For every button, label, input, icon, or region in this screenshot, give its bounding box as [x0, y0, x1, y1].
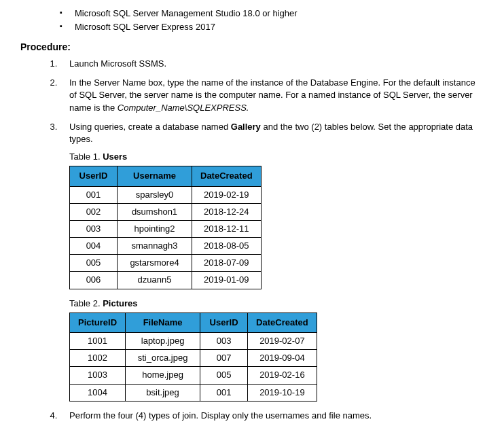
cell: 007 — [200, 350, 248, 367]
requirement-item: Microsoft SQL Server Management Studio 1… — [60, 7, 484, 20]
cell: 2018-12-11 — [192, 220, 262, 237]
cell: 001 — [70, 186, 118, 203]
cell: 001 — [200, 384, 248, 401]
caption-prefix: Table 1. — [69, 151, 103, 162]
step-text: Perform the four (4) types of join. Disp… — [69, 410, 372, 421]
col-header: DateCreated — [192, 166, 262, 186]
table-row: 1002 sti_orca.jpeg 007 2019-09-04 — [70, 350, 317, 367]
table-row: 005 gstarsmore4 2018-07-09 — [70, 255, 262, 272]
cell: 1001 — [70, 333, 126, 350]
cell: 2019-02-19 — [192, 186, 262, 203]
step-2: In the Server Name box, type the name of… — [60, 77, 484, 114]
step-text-italic: Computer_Name\SQLEXPRESS. — [118, 103, 249, 113]
table2-caption: Table 2. Pictures — [69, 298, 484, 310]
cell: 003 — [200, 333, 248, 350]
step-text: Launch Microsoft SSMS. — [69, 58, 166, 69]
step-3: Using queries, create a database named G… — [60, 121, 484, 402]
cell: 006 — [70, 272, 118, 289]
cell: 2019-01-09 — [192, 272, 262, 289]
cell: 004 — [70, 238, 118, 255]
step-4: Perform the four (4) types of join. Disp… — [60, 410, 484, 422]
cell: 005 — [200, 367, 248, 384]
table-header-row: UserID Username DateCreated — [70, 166, 262, 186]
cell: 2019-02-07 — [248, 333, 317, 350]
col-header: DateCreated — [248, 313, 317, 332]
caption-prefix: Table 2. — [69, 298, 103, 308]
cell: 1002 — [70, 350, 126, 367]
requirements-list: Microsoft SQL Server Management Studio 1… — [20, 7, 484, 33]
cell: hpointing2 — [118, 220, 192, 237]
cell: 2019-02-16 — [248, 367, 317, 384]
table-row: 002 dsumshon1 2018-12-24 — [70, 203, 262, 220]
col-header: Username — [118, 166, 192, 186]
step-text-bold: Gallery — [231, 122, 261, 132]
table-header-row: PictureID FileName UserID DateCreated — [70, 313, 317, 332]
cell: 2019-09-04 — [248, 350, 317, 367]
cell: laptop.jpeg — [126, 333, 200, 350]
table-row: 003 hpointing2 2018-12-11 — [70, 220, 262, 237]
cell: home.jpeg — [126, 367, 200, 384]
cell: 2018-12-24 — [192, 203, 262, 220]
cell: 002 — [70, 203, 118, 220]
table-row: 1001 laptop.jpeg 003 2019-02-07 — [70, 333, 317, 350]
cell: gstarsmore4 — [118, 255, 192, 272]
cell: bsit.jpeg — [126, 384, 200, 401]
procedure-steps: Launch Microsoft SSMS. In the Server Nam… — [20, 58, 484, 428]
table-row: 006 dzuann5 2019-01-09 — [70, 272, 262, 289]
caption-bold: Pictures — [103, 298, 137, 308]
cell: 005 — [70, 255, 118, 272]
step-text: Using queries, create a database named — [69, 122, 231, 132]
table-row: 1003 home.jpeg 005 2019-02-16 — [70, 367, 317, 384]
step-1: Launch Microsoft SSMS. — [60, 58, 484, 70]
table-row: 001 sparsley0 2019-02-19 — [70, 186, 262, 203]
cell: 2019-10-19 — [248, 384, 317, 401]
cell: 2018-08-05 — [192, 238, 262, 255]
cell: sti_orca.jpeg — [126, 350, 200, 367]
pictures-table: PictureID FileName UserID DateCreated 10… — [69, 313, 317, 402]
col-header: FileName — [126, 313, 200, 332]
requirement-item: Microsoft SQL Server Express 2017 — [60, 20, 484, 34]
procedure-heading: Procedure: — [20, 41, 484, 52]
cell: dzuann5 — [118, 272, 192, 289]
table-row: 004 smannagh3 2018-08-05 — [70, 238, 262, 255]
cell: 1004 — [70, 384, 126, 401]
cell: sparsley0 — [118, 186, 192, 203]
cell: 2018-07-09 — [192, 255, 262, 272]
col-header: UserID — [70, 166, 118, 186]
col-header: PictureID — [70, 313, 126, 332]
cell: 003 — [70, 220, 118, 237]
col-header: UserID — [200, 313, 248, 332]
cell: dsumshon1 — [118, 203, 192, 220]
users-table: UserID Username DateCreated 001 sparsley… — [69, 166, 262, 289]
table-row: 1004 bsit.jpeg 001 2019-10-19 — [70, 384, 317, 401]
cell: smannagh3 — [118, 238, 192, 255]
table1-caption: Table 1. Users — [69, 151, 484, 163]
cell: 1003 — [70, 367, 126, 384]
caption-bold: Users — [103, 151, 127, 162]
